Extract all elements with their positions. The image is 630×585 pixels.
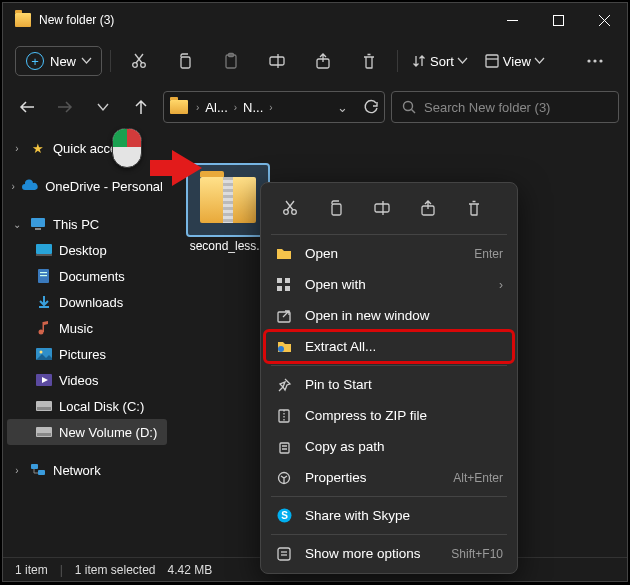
breadcrumb-segment[interactable]: Al...	[205, 100, 227, 115]
svg-point-16	[587, 59, 590, 62]
context-menu: Open Enter Open with › Open in new windo…	[260, 182, 518, 574]
ctx-item-more-options[interactable]: Show more options Shift+F10	[265, 538, 513, 569]
ctx-copy-button[interactable]	[315, 191, 357, 225]
new-button-label: New	[50, 54, 76, 69]
maximize-button[interactable]	[535, 3, 581, 37]
ctx-item-compress[interactable]: Compress to ZIP file	[265, 400, 513, 431]
more-options-icon	[275, 547, 293, 561]
drive-icon	[35, 424, 53, 440]
svg-point-31	[40, 351, 43, 354]
svg-rect-26	[40, 272, 47, 273]
svg-rect-23	[36, 244, 52, 254]
cut-button[interactable]	[119, 42, 159, 80]
svg-rect-38	[31, 464, 38, 469]
svg-point-41	[292, 210, 297, 215]
paste-button[interactable]	[211, 42, 251, 80]
svg-rect-56	[280, 443, 289, 453]
grid-icon	[275, 278, 293, 292]
new-window-icon	[275, 309, 293, 323]
videos-icon	[35, 372, 53, 388]
more-button[interactable]	[575, 42, 615, 80]
ctx-share-button[interactable]	[407, 191, 449, 225]
command-bar: + New Sort View	[3, 37, 627, 85]
pictures-icon	[35, 346, 53, 362]
plus-icon: +	[26, 52, 44, 70]
sidebar-item-videos[interactable]: Videos	[7, 367, 167, 393]
properties-icon	[275, 471, 293, 485]
svg-line-43	[286, 201, 293, 210]
title-bar: New folder (3)	[3, 3, 627, 37]
svg-rect-60	[278, 548, 290, 560]
chevron-right-icon: ›	[11, 465, 23, 476]
ctx-item-open-with[interactable]: Open with ›	[265, 269, 513, 300]
close-button[interactable]	[581, 3, 627, 37]
svg-rect-48	[277, 278, 282, 283]
minimize-button[interactable]	[489, 3, 535, 37]
forward-button[interactable]	[49, 91, 81, 123]
ctx-item-open[interactable]: Open Enter	[265, 238, 513, 269]
sidebar-item-music[interactable]: Music	[7, 315, 167, 341]
recent-locations-button[interactable]	[87, 91, 119, 123]
folder-icon	[170, 100, 188, 114]
back-button[interactable]	[11, 91, 43, 123]
refresh-button[interactable]	[364, 100, 378, 114]
view-label: View	[503, 54, 531, 69]
ctx-item-pin-to-start[interactable]: Pin to Start	[265, 369, 513, 400]
up-button[interactable]	[125, 91, 157, 123]
chevron-down-icon	[535, 58, 544, 64]
sidebar-item-pictures[interactable]: Pictures	[7, 341, 167, 367]
chevron-right-icon: ›	[499, 278, 503, 292]
chevron-down-icon[interactable]: ⌄	[337, 100, 348, 115]
chevron-right-icon: ›	[11, 181, 15, 192]
chevron-right-icon: ›	[232, 102, 239, 113]
ctx-delete-button[interactable]	[453, 191, 495, 225]
sidebar-item-documents[interactable]: Documents	[7, 263, 167, 289]
monitor-icon	[29, 216, 47, 232]
copy-button[interactable]	[165, 42, 205, 80]
ctx-item-share-skype[interactable]: S Share with Skype	[265, 500, 513, 531]
cloud-icon	[21, 178, 39, 194]
sort-button[interactable]: Sort	[406, 54, 473, 69]
svg-rect-14	[486, 55, 498, 67]
sidebar-item-new-volume[interactable]: New Volume (D:)	[7, 419, 167, 445]
desktop-icon	[35, 242, 53, 258]
svg-point-17	[593, 59, 596, 62]
sidebar-item-downloads[interactable]: Downloads	[7, 289, 167, 315]
folder-icon	[275, 247, 293, 260]
drive-icon	[35, 398, 53, 414]
folder-icon	[15, 13, 31, 27]
sidebar-item-local-disk[interactable]: Local Disk (C:)	[7, 393, 167, 419]
address-bar[interactable]: › Al... › N... › ⌄	[163, 91, 385, 123]
ctx-cut-button[interactable]	[269, 191, 311, 225]
ctx-item-properties[interactable]: Properties Alt+Enter	[265, 462, 513, 493]
rename-button[interactable]	[257, 42, 297, 80]
sidebar-item-desktop[interactable]: Desktop	[7, 237, 167, 263]
svg-rect-22	[35, 228, 41, 230]
chevron-down-icon	[458, 58, 467, 64]
new-button[interactable]: + New	[15, 46, 102, 76]
music-icon	[35, 320, 53, 336]
status-selection: 1 item selected	[75, 563, 156, 577]
search-icon	[402, 100, 416, 114]
view-button[interactable]: View	[479, 54, 550, 69]
svg-point-4	[133, 63, 138, 68]
delete-button[interactable]	[349, 42, 389, 80]
arrow-annotation	[150, 146, 202, 190]
ctx-item-open-new-window[interactable]: Open in new window	[265, 300, 513, 331]
svg-rect-21	[31, 218, 45, 227]
ctx-item-extract-all[interactable]: Extract All...	[265, 331, 513, 362]
zip-icon	[275, 409, 293, 423]
chevron-down-icon	[82, 58, 91, 64]
extract-icon	[275, 340, 293, 353]
search-box[interactable]: Search New folder (3)	[391, 91, 619, 123]
copy-path-icon	[275, 440, 293, 454]
sidebar-item-network[interactable]: › Network	[7, 457, 167, 483]
chevron-right-icon: ›	[267, 102, 274, 113]
sidebar-item-this-pc[interactable]: ⌄ This PC	[7, 211, 167, 237]
ctx-item-copy-path[interactable]: Copy as path	[265, 431, 513, 462]
breadcrumb-segment[interactable]: N...	[243, 100, 263, 115]
sidebar-item-onedrive[interactable]: › OneDrive - Personal	[7, 173, 167, 199]
ctx-rename-button[interactable]	[361, 191, 403, 225]
share-button[interactable]	[303, 42, 343, 80]
mouse-cursor-annotation	[112, 128, 146, 172]
